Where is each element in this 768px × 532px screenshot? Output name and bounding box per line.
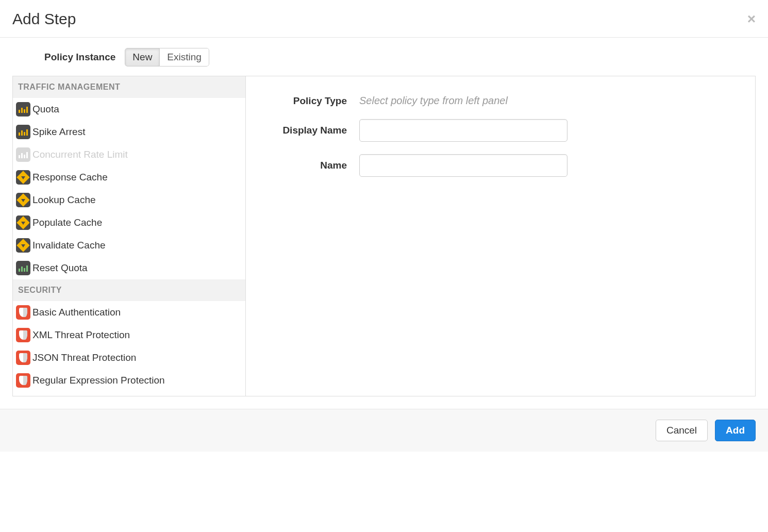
policy-instance-new-button[interactable]: New	[125, 48, 160, 66]
policy-type-item[interactable]: Regular Expression Protection	[13, 369, 245, 392]
policy-type-label: Policy Type	[266, 95, 359, 107]
policy-type-item[interactable]: Populate Cache	[13, 211, 245, 234]
cache-diamond-icon	[16, 238, 30, 253]
policy-type-placeholder: Select policy type from left panel	[359, 95, 508, 107]
shield-icon	[16, 351, 30, 365]
shield-icon	[16, 328, 30, 342]
policy-type-item[interactable]: Invalidate Cache	[13, 234, 245, 257]
modal-footer: Cancel Add	[0, 409, 768, 452]
split-panels: TRAFFIC MANAGEMENTQuotaSpike ArrestConcu…	[12, 76, 756, 396]
name-row: Name	[266, 154, 734, 177]
display-name-row: Display Name	[266, 119, 734, 142]
shield-icon	[16, 305, 30, 320]
policy-instance-toggle: New Existing	[125, 48, 209, 66]
bar-chart-icon	[16, 102, 30, 117]
bar-chart-icon	[16, 147, 30, 162]
policy-type-item: Concurrent Rate Limit	[13, 143, 245, 166]
policy-type-item-label: Spike Arrest	[32, 126, 85, 138]
policy-type-item-label: Reset Quota	[32, 262, 88, 274]
policy-type-item[interactable]: JSON Threat Protection	[13, 346, 245, 369]
policy-type-item[interactable]: Reset Quota	[13, 257, 245, 279]
policy-type-item[interactable]: XML Threat Protection	[13, 324, 245, 346]
cancel-button[interactable]: Cancel	[656, 420, 708, 441]
policy-type-item-label: Populate Cache	[32, 217, 102, 228]
name-input[interactable]	[359, 154, 567, 177]
modal-header: Add Step ×	[0, 0, 768, 38]
policy-type-item-label: XML Threat Protection	[32, 329, 130, 341]
add-button[interactable]: Add	[715, 420, 756, 441]
modal-title: Add Step	[12, 10, 76, 28]
policy-type-panel: TRAFFIC MANAGEMENTQuotaSpike ArrestConcu…	[13, 76, 246, 396]
policy-type-item-label: Quota	[32, 104, 59, 115]
policy-type-item-label: JSON Threat Protection	[32, 352, 136, 363]
policy-instance-existing-button[interactable]: Existing	[160, 48, 209, 66]
policy-type-scroll[interactable]: TRAFFIC MANAGEMENTQuotaSpike ArrestConcu…	[13, 76, 245, 396]
add-step-modal: Add Step × Policy Instance New Existing …	[0, 0, 768, 452]
policy-type-item-label: Lookup Cache	[32, 194, 96, 206]
policy-type-item[interactable]: Lookup Cache	[13, 189, 245, 211]
policy-type-row: Policy Type Select policy type from left…	[266, 95, 734, 107]
shield-icon	[16, 373, 30, 388]
policy-type-item[interactable]: Basic Authentication	[13, 301, 245, 324]
bar-chart-icon	[16, 261, 30, 275]
policy-type-item-label: Concurrent Rate Limit	[32, 149, 128, 160]
display-name-input[interactable]	[359, 119, 567, 142]
policy-instance-label: Policy Instance	[44, 52, 115, 63]
policy-type-item-label: Response Cache	[32, 172, 108, 183]
policy-type-item-label: Invalidate Cache	[32, 240, 106, 251]
cache-diamond-icon	[16, 170, 30, 185]
cache-diamond-icon	[16, 193, 30, 207]
policy-type-item[interactable]: Spike Arrest	[13, 121, 245, 143]
name-label: Name	[266, 160, 359, 171]
modal-body: Policy Instance New Existing TRAFFIC MAN…	[0, 38, 768, 396]
policy-form-panel: Policy Type Select policy type from left…	[246, 76, 755, 396]
policy-type-item-label: Regular Expression Protection	[32, 375, 165, 386]
policy-type-item-label: Basic Authentication	[32, 307, 121, 318]
bar-chart-icon	[16, 125, 30, 139]
policy-instance-row: Policy Instance New Existing	[0, 38, 768, 76]
policy-type-item[interactable]: Response Cache	[13, 166, 245, 189]
display-name-label: Display Name	[266, 125, 359, 136]
category-header: TRAFFIC MANAGEMENT	[13, 76, 245, 98]
cache-diamond-icon	[16, 215, 30, 230]
policy-type-item[interactable]: Quota	[13, 98, 245, 121]
category-header: SECURITY	[13, 279, 245, 301]
close-icon[interactable]: ×	[747, 12, 756, 26]
